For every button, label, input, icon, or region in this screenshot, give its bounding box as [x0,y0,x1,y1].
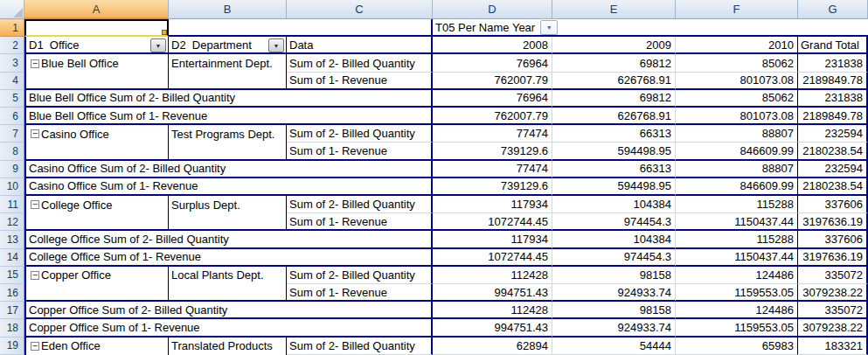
cell-d6[interactable]: 762007.79 [433,108,552,125]
cell-e5[interactable]: 69812 [552,90,676,108]
cell-e3[interactable]: 69812 [552,54,676,72]
active-cell-a1[interactable] [24,19,169,37]
cell-g17[interactable]: 335072 [798,302,868,319]
cell-a16[interactable] [24,284,169,302]
cell-d10[interactable]: 739129.6 [433,178,552,196]
cell-d15[interactable]: 112428 [433,267,552,284]
cell-f7[interactable]: 88807 [676,125,798,143]
cell-e9[interactable]: 66313 [552,161,676,178]
cell-b8[interactable] [169,143,287,160]
cell-a4[interactable] [24,73,169,90]
cell-a3[interactable]: −Blue Bell Office [24,54,169,72]
row-header-15[interactable]: 15 [0,267,24,284]
cell-b11[interactable]: Surplus Dept. [169,196,287,213]
cell-c16[interactable]: Sum of 1- Revenue [287,284,433,302]
column-header-c[interactable]: C [287,0,433,19]
cell-a12[interactable] [24,213,169,231]
office-field-cell[interactable]: D1 Office▼ [24,37,169,54]
fill-handle[interactable] [162,30,167,35]
column-header-d[interactable]: D [433,0,552,19]
cell-f19[interactable]: 65983 [676,338,798,355]
cell-e14[interactable]: 974454.3 [552,249,676,267]
cell-d19[interactable]: 62894 [433,338,552,355]
row-header-6[interactable]: 6 [0,108,24,125]
cell-b4[interactable] [169,73,287,90]
cell-a15[interactable]: −Copper Office [24,267,169,284]
cell-d7[interactable]: 77474 [433,125,552,143]
subtotal-label-cell-13[interactable]: College Office Sum of 2- Billed Quantity [24,231,433,248]
cell-g9[interactable]: 232594 [798,161,868,178]
cell-b3[interactable]: Entertainment Dept. [169,54,287,72]
collapse-button[interactable]: − [31,200,39,209]
row-header-18[interactable]: 18 [0,319,24,337]
cell-f6[interactable]: 801073.08 [676,108,798,125]
cell-g3[interactable]: 231838 [798,54,868,72]
cell-g13[interactable]: 337606 [798,231,868,248]
cell-f12[interactable]: 1150437.44 [676,213,798,231]
page-filter-dropdown[interactable]: ▼ [540,20,558,35]
cell-g12[interactable]: 3197636.19 [798,213,868,231]
column-header-b[interactable]: B [169,0,287,19]
row-header-9[interactable]: 9 [0,161,24,178]
cell-d14[interactable]: 1072744.45 [433,249,552,267]
cell-d16[interactable]: 994751.43 [433,284,552,302]
cell-f13[interactable]: 115288 [676,231,798,248]
cell-f4[interactable]: 801073.08 [676,73,798,90]
department-field-cell[interactable]: D2 Department▼ [169,37,287,54]
cell-f15[interactable]: 124486 [676,267,798,284]
subtotal-label-cell-6[interactable]: Blue Bell Office Sum of 1- Revenue [24,108,433,125]
cell-e7[interactable]: 66313 [552,125,676,143]
cell-g19[interactable]: 183321 [798,338,868,355]
row-header-12[interactable]: 12 [0,213,24,231]
row-header-8[interactable]: 8 [0,143,24,160]
row-header-10[interactable]: 10 [0,178,24,196]
collapse-button[interactable]: − [31,59,39,68]
cell-b7[interactable]: Test Programs Dept. [169,125,287,143]
cell-d18[interactable]: 994751.43 [433,319,552,337]
column-header-f[interactable]: F [676,0,798,19]
cell-g14[interactable]: 3197636.19 [798,249,868,267]
cell-f17[interactable]: 124486 [676,302,798,319]
cell-g16[interactable]: 3079238.22 [798,284,868,302]
cell-g15[interactable]: 335072 [798,267,868,284]
cell-c7[interactable]: Sum of 2- Billed Quantity [287,125,433,143]
cell-e11[interactable]: 104384 [552,196,676,213]
cell-f8[interactable]: 846609.99 [676,143,798,160]
row-header-19[interactable]: 19 [0,338,24,355]
collapse-button[interactable]: − [31,342,39,351]
cell-c15[interactable]: Sum of 2- Billed Quantity [287,267,433,284]
row-header-13[interactable]: 13 [0,231,24,248]
subtotal-label-cell-9[interactable]: Casino Office Sum of 2- Billed Quantity [24,161,433,178]
cell-e13[interactable]: 104384 [552,231,676,248]
cell-e19[interactable]: 54444 [552,338,676,355]
cell-f10[interactable]: 846609.99 [676,178,798,196]
cell-c11[interactable]: Sum of 2- Billed Quantity [287,196,433,213]
row-header-7[interactable]: 7 [0,125,24,143]
cell-f11[interactable]: 115288 [676,196,798,213]
cell-g4[interactable]: 2189849.78 [798,73,868,90]
column-label-e2[interactable]: 2009 [552,37,676,54]
column-header-e[interactable]: E [552,0,676,19]
cell-c12[interactable]: Sum of 1- Revenue [287,213,433,231]
cell-d5[interactable]: 76964 [433,90,552,108]
cell-d17[interactable]: 112428 [433,302,552,319]
cell-b12[interactable] [169,213,287,231]
row-header-5[interactable]: 5 [0,90,24,108]
cell-b19[interactable]: Translated Products [169,338,287,355]
cell-d12[interactable]: 1072744.45 [433,213,552,231]
data-field-cell[interactable]: Data [287,37,433,54]
cell-e18[interactable]: 924933.74 [552,319,676,337]
cell-e4[interactable]: 626768.91 [552,73,676,90]
cell-a7[interactable]: −Casino Office [24,125,169,143]
select-all-button[interactable] [0,0,24,19]
cell-b1-c1[interactable] [169,19,433,37]
column-header-g[interactable]: G [798,0,868,19]
cell-e10[interactable]: 594498.95 [552,178,676,196]
cell-a19[interactable]: −Eden Office [24,338,169,355]
office-filter-dropdown[interactable]: ▼ [150,38,166,52]
cell-g5[interactable]: 231838 [798,90,868,108]
cell-d13[interactable]: 117934 [433,231,552,248]
cell-e6[interactable]: 626768.91 [552,108,676,125]
subtotal-label-cell-18[interactable]: Copper Office Sum of 1- Revenue [24,319,433,337]
subtotal-label-cell-5[interactable]: Blue Bell Office Sum of 2- Billed Quanti… [24,90,433,108]
